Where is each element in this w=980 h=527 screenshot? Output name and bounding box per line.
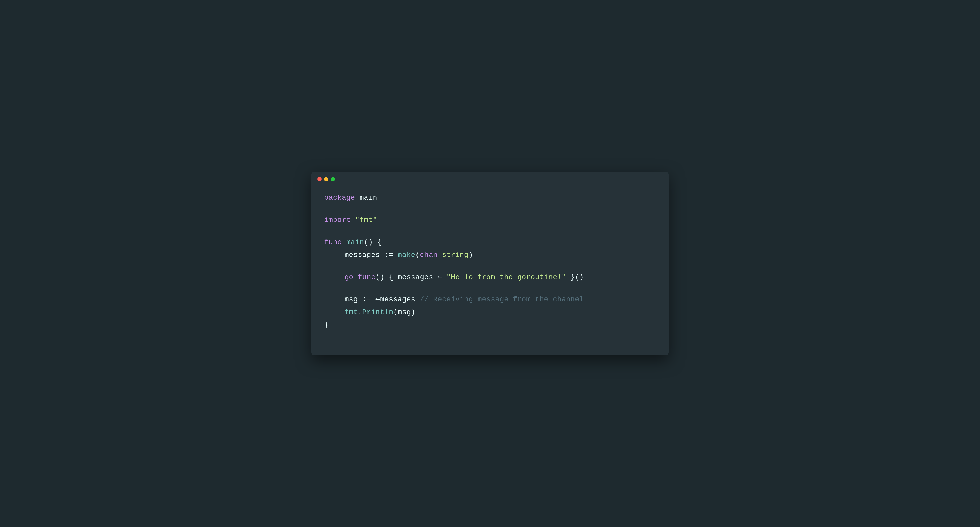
close-button[interactable] (318, 177, 321, 181)
fn-name-main: main (346, 236, 364, 249)
minimize-button[interactable] (324, 177, 328, 181)
op-assign: := (380, 249, 398, 261)
blank-line-1 (324, 204, 656, 213)
var-messages3: messages (380, 293, 415, 306)
paren-close: ) (469, 249, 473, 261)
brace-open: { (389, 271, 393, 284)
code-line-import: import "fmt" (324, 214, 656, 226)
keyword-go: go (345, 271, 353, 284)
titlebar (311, 172, 669, 184)
comment-receive: // Receiving message from the channel (420, 293, 584, 306)
code-line-package: package main (324, 191, 656, 204)
dot-sep: . (358, 306, 362, 318)
string-fmt: "fmt" (355, 214, 377, 226)
code-line-println: fmt . Println (msg) (324, 306, 656, 318)
space-3 (438, 249, 442, 261)
code-line-receive: msg := ← messages // Receiving message f… (324, 293, 656, 306)
arrow-recv: ← (375, 293, 380, 306)
op-assign2: := (358, 293, 375, 306)
space-9 (566, 271, 570, 284)
maximize-button[interactable] (331, 177, 335, 181)
code-line-goroutine: go func () { messages ← "Hello from the … (324, 271, 656, 284)
paren-open: ( (415, 249, 420, 261)
keyword-func2: func (358, 271, 375, 284)
code-window: package main import "fmt" func main () {… (311, 172, 669, 355)
arrow-send: ← (438, 271, 442, 284)
blank-line-2 (324, 226, 656, 236)
keyword-package: package (324, 191, 355, 204)
type-string: string (442, 249, 469, 261)
blank-line-4 (324, 284, 656, 293)
fn-println: Println (362, 306, 393, 318)
code-editor: package main import "fmt" func main () {… (311, 184, 669, 344)
space-6 (393, 271, 398, 284)
code-line-closing-brace: } (324, 318, 656, 331)
blank-line-3 (324, 261, 656, 271)
closure-end: }() (571, 271, 584, 284)
pkg-fmt: fmt (345, 306, 358, 318)
func-parens: () { (364, 236, 382, 249)
space-2 (342, 236, 346, 249)
identifier-main: main (355, 191, 377, 204)
string-hello: "Hello from the goroutine!" (446, 271, 566, 284)
code-line-func: func main () { (324, 236, 656, 249)
func-parens2: () (375, 271, 385, 284)
keyword-import: import (324, 214, 351, 226)
var-messages2: messages (398, 271, 433, 284)
space-10 (415, 293, 420, 306)
space-7 (433, 271, 438, 284)
var-msg: msg (345, 293, 358, 306)
space-8 (442, 271, 446, 284)
keyword-func: func (324, 236, 342, 249)
println-args: (msg) (393, 306, 415, 318)
builtin-make: make (398, 249, 415, 261)
space-5 (384, 271, 389, 284)
brace-close: } (324, 318, 328, 331)
keyword-chan: chan (420, 249, 438, 261)
var-messages: messages (345, 249, 380, 261)
space-4 (353, 271, 358, 284)
space-1 (351, 214, 355, 226)
code-line-messages-make: messages := make ( chan string ) (324, 249, 656, 261)
